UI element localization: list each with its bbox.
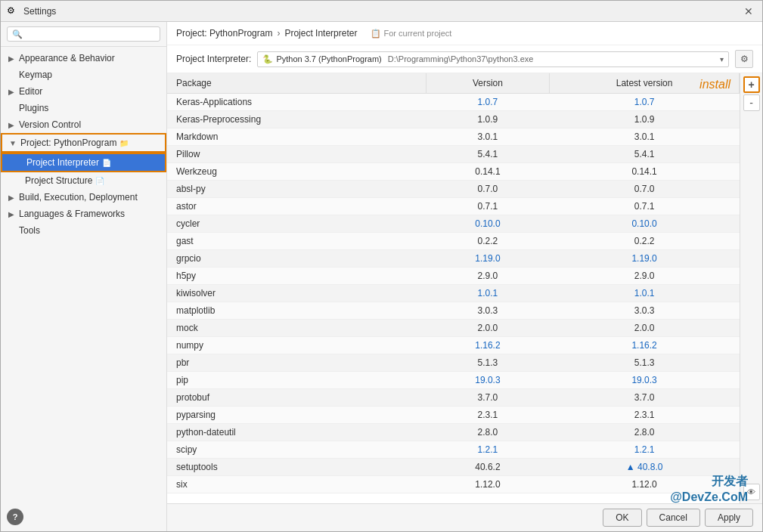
sidebar: ▶ Appearance & Behavior Keymap ▶ Editor … (1, 22, 167, 531)
interpreter-label: Project Interpreter: (176, 54, 251, 64)
table-container: install Package Version Latest version K… (167, 73, 762, 503)
table-row[interactable]: python-dateutil2.8.02.8.0 (167, 424, 740, 441)
table-row[interactable]: pyparsing2.3.12.3.1 (167, 407, 740, 424)
interpreter-path: D:\Programming\Python37\python3.exe (388, 54, 534, 63)
table-row[interactable]: pip19.0.319.0.3 (167, 372, 740, 389)
table-row[interactable]: Pillow5.4.15.4.1 (167, 146, 740, 163)
package-name: pbr (167, 354, 426, 372)
ok-button[interactable]: OK (603, 509, 641, 527)
expand-icon: ▶ (7, 209, 16, 218)
remove-package-button[interactable]: - (743, 94, 760, 111)
package-version: 2.0.0 (426, 320, 550, 337)
table-row[interactable]: cycler0.10.00.10.0 (167, 215, 740, 233)
view-options-button[interactable]: 👁 (743, 484, 760, 500)
table-row[interactable]: grpcio1.19.01.19.0 (167, 250, 740, 268)
spacer (7, 70, 16, 79)
sidebar-item-plugins[interactable]: Plugins (1, 100, 166, 116)
package-latest: 1.0.1 (550, 285, 740, 302)
package-version: 2.3.1 (426, 407, 550, 424)
package-name: setuptools (167, 459, 426, 476)
package-latest: ▲ 40.8.0 (550, 459, 740, 476)
package-version: 3.7.0 (426, 389, 550, 407)
interpreter-settings-button[interactable]: ⚙ (735, 50, 753, 68)
sidebar-item-build[interactable]: ▶ Build, Execution, Deployment (1, 189, 166, 206)
table-row[interactable]: scipy1.2.11.2.1 (167, 441, 740, 459)
table-row[interactable]: setuptools40.6.2▲ 40.8.0 (167, 459, 740, 476)
expand-icon: ▶ (7, 54, 16, 63)
table-row[interactable]: mock2.0.02.0.0 (167, 320, 740, 337)
for-current-project-link[interactable]: 📋 For current project (371, 29, 451, 39)
table-row[interactable]: protobuf3.7.03.7.0 (167, 389, 740, 407)
table-row[interactable]: six1.12.01.12.0 (167, 476, 740, 493)
package-latest: 1.16.2 (550, 337, 740, 354)
cancel-button[interactable]: Cancel (647, 509, 700, 527)
breadcrumb-project: Project: PythonProgram (176, 28, 272, 39)
bottom-bar: OK Cancel Apply (167, 503, 762, 531)
sidebar-item-label: Project Interpreter (26, 157, 99, 168)
package-name: kiwisolver (167, 285, 426, 302)
package-latest: 1.2.1 (550, 441, 740, 459)
table-row[interactable]: astor0.7.10.7.1 (167, 198, 740, 215)
search-box (1, 22, 166, 47)
interpreter-select[interactable]: 🐍 Python 3.7 (PythonProgram) D:\Programm… (257, 51, 729, 67)
table-row[interactable]: Keras-Preprocessing1.0.91.0.9 (167, 111, 740, 128)
dropdown-arrow-icon: ▾ (720, 55, 724, 63)
package-version: 0.10.0 (426, 215, 550, 233)
table-row[interactable]: Keras-Applications1.0.71.0.7 (167, 94, 740, 111)
sidebar-item-project[interactable]: ▼ Project: PythonProgram 📁 (1, 133, 166, 153)
main-panel: Project: PythonProgram › Project Interpr… (167, 22, 762, 531)
sidebar-item-appearance[interactable]: ▶ Appearance & Behavior (1, 50, 166, 66)
expand-icon: ▶ (7, 87, 16, 96)
sidebar-item-tools[interactable]: Tools (1, 222, 166, 239)
help-button[interactable]: ? (7, 509, 23, 525)
package-latest: 2.8.0 (550, 424, 740, 441)
breadcrumb-current: Project Interpreter (284, 28, 357, 39)
table-row[interactable]: Markdown3.0.13.0.1 (167, 128, 740, 146)
sidebar-item-editor[interactable]: ▶ Editor (1, 83, 166, 100)
package-name: protobuf (167, 389, 426, 407)
search-input[interactable] (7, 26, 160, 42)
sidebar-item-version-control[interactable]: ▶ Version Control (1, 116, 166, 133)
package-latest: 0.14.1 (550, 163, 740, 181)
table-row[interactable]: gast0.2.20.2.2 (167, 233, 740, 250)
table-row[interactable]: pbr5.1.35.1.3 (167, 354, 740, 372)
sidebar-item-project-interpreter[interactable]: Project Interpreter 📄 (1, 153, 166, 172)
package-latest: 1.0.7 (550, 94, 740, 111)
sidebar-item-label: Plugins (19, 103, 48, 113)
folder-icon: 📁 (119, 139, 129, 147)
package-version: 40.6.2 (426, 459, 550, 476)
package-latest: 3.0.3 (550, 302, 740, 320)
package-version: 1.0.7 (426, 94, 550, 111)
sidebar-item-keymap[interactable]: Keymap (1, 66, 166, 83)
package-latest: 0.2.2 (550, 233, 740, 250)
package-latest: 1.12.0 (550, 476, 740, 493)
interpreter-row: Project Interpreter: 🐍 Python 3.7 (Pytho… (167, 45, 762, 73)
package-version: 1.2.1 (426, 441, 550, 459)
sidebar-item-label: Keymap (19, 70, 52, 80)
col-header-latest: Latest version (550, 73, 740, 94)
package-latest: 5.4.1 (550, 146, 740, 163)
package-latest: 1.19.0 (550, 250, 740, 268)
table-row[interactable]: absl-py0.7.00.7.0 (167, 181, 740, 198)
python-icon: 🐍 (262, 54, 273, 64)
breadcrumb-separator: › (277, 28, 280, 39)
table-row[interactable]: kiwisolver1.0.11.0.1 (167, 285, 740, 302)
package-latest: 2.9.0 (550, 268, 740, 285)
package-version: 0.7.1 (426, 198, 550, 215)
package-latest: 19.0.3 (550, 372, 740, 389)
sidebar-item-project-structure[interactable]: Project Structure 📄 (1, 172, 166, 189)
add-package-button[interactable]: + (743, 76, 760, 93)
spacer (7, 226, 16, 235)
sidebar-item-label: Project Structure (25, 175, 92, 186)
table-actions: + - 👁 (740, 73, 762, 503)
apply-button[interactable]: Apply (705, 509, 753, 527)
spacer (7, 104, 16, 113)
sidebar-item-label: Build, Execution, Deployment (19, 192, 138, 203)
table-row[interactable]: numpy1.16.21.16.2 (167, 337, 740, 354)
table-row[interactable]: h5py2.9.02.9.0 (167, 268, 740, 285)
packages-table-element: Package Version Latest version Keras-App… (167, 73, 740, 493)
close-button[interactable]: ✕ (741, 4, 756, 19)
table-row[interactable]: Werkzeug0.14.10.14.1 (167, 163, 740, 181)
table-row[interactable]: matplotlib3.0.33.0.3 (167, 302, 740, 320)
sidebar-item-languages[interactable]: ▶ Languages & Frameworks (1, 206, 166, 222)
